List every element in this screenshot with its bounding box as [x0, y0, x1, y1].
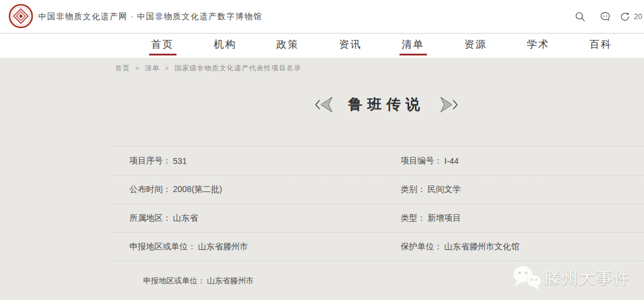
nav-label: 学术 — [527, 38, 550, 51]
field-applicant-unit: 申报地区或单位： 山东省滕州市 — [129, 233, 248, 261]
field-category: 类别： 民间文学 — [401, 175, 461, 204]
nav-item-policy[interactable]: 政策 — [256, 34, 319, 58]
breadcrumb-separator: > — [165, 65, 169, 72]
page-title: 鲁班传说 — [348, 95, 425, 114]
seal-logo-icon[interactable] — [8, 4, 33, 29]
nav-item-academic[interactable]: 学术 — [507, 34, 569, 58]
breadcrumb-lists[interactable]: 清单 — [145, 64, 160, 73]
field-publish-time: 公布时间： 2008(第二批) — [129, 175, 222, 204]
comment-icon[interactable] — [600, 11, 611, 22]
field-project-code: 项目编号： Ⅰ-44 — [401, 147, 459, 175]
field-type: 类型： 新增项目 — [401, 204, 461, 233]
header-clipped-text: 20 — [634, 13, 642, 21]
field-applicant-unit: 申报地区或单位： 山东省滕州市 — [143, 261, 253, 300]
share-icon[interactable] — [620, 11, 630, 22]
nav-items: 首页 机构 政策 资讯 清单 资源 学术 百科 — [131, 34, 632, 58]
nav-label: 机构 — [214, 38, 237, 51]
nav-item-encyclopedia[interactable]: 百科 — [569, 34, 632, 58]
title-row: 鲁班传说 — [315, 95, 458, 114]
wechat-icon — [512, 264, 541, 292]
breadcrumb-current: 国家级非物质文化遗产代表性项目名录 — [175, 64, 302, 73]
nav-item-home[interactable]: 首页 — [131, 34, 194, 58]
field-protection-unit: 保护单位： 山东省滕州市文化馆 — [401, 233, 519, 261]
breadcrumb-home[interactable]: 首页 — [115, 64, 130, 73]
nav-label: 政策 — [277, 38, 299, 51]
active-underline — [400, 54, 427, 55]
search-icon[interactable] — [575, 11, 586, 22]
nav-item-news[interactable]: 资讯 — [319, 34, 382, 58]
nav-label: 资讯 — [339, 38, 362, 51]
site-title: 中国非物质文化遗产网 · 中国非物质文化遗产数字博物馆 — [38, 0, 262, 33]
nav-item-resources[interactable]: 资源 — [444, 34, 507, 58]
left-ornament-icon — [315, 97, 333, 113]
nav-label: 资源 — [465, 38, 487, 51]
table-row: 所属地区： 山东省 类型： 新增项目 — [113, 203, 644, 232]
table-row: 公布时间： 2008(第二批) 类别： 民间文学 — [113, 175, 644, 203]
breadcrumb-separator: > — [135, 65, 140, 72]
main-navigation: 首页 机构 政策 资讯 清单 资源 学术 百科 — [0, 34, 644, 58]
table-row: 项目序号： 531 项目编号： Ⅰ-44 — [113, 146, 644, 175]
right-ornament-icon — [440, 97, 458, 113]
active-underline — [149, 54, 177, 55]
nav-label: 首页 — [151, 38, 174, 51]
field-region: 所属地区： 山东省 — [129, 204, 198, 233]
nav-label: 清单 — [402, 38, 425, 51]
nav-label: 百科 — [590, 38, 612, 51]
field-serial-number: 项目序号： 531 — [129, 147, 187, 175]
nav-item-lists[interactable]: 清单 — [382, 34, 444, 58]
site-header: 中国非物质文化遗产网 · 中国非物质文化遗产数字博物馆 20 — [0, 0, 644, 33]
watermark: 滕州大事件 — [512, 264, 631, 292]
breadcrumb: 首页 > 清单 > 国家级非物质文化遗产代表性项目名录 — [115, 64, 301, 73]
watermark-text: 滕州大事件 — [544, 267, 631, 289]
table-row: 申报地区或单位： 山东省滕州市 保护单位： 山东省滕州市文化馆 — [113, 232, 644, 261]
nav-item-institutions[interactable]: 机构 — [194, 34, 256, 58]
